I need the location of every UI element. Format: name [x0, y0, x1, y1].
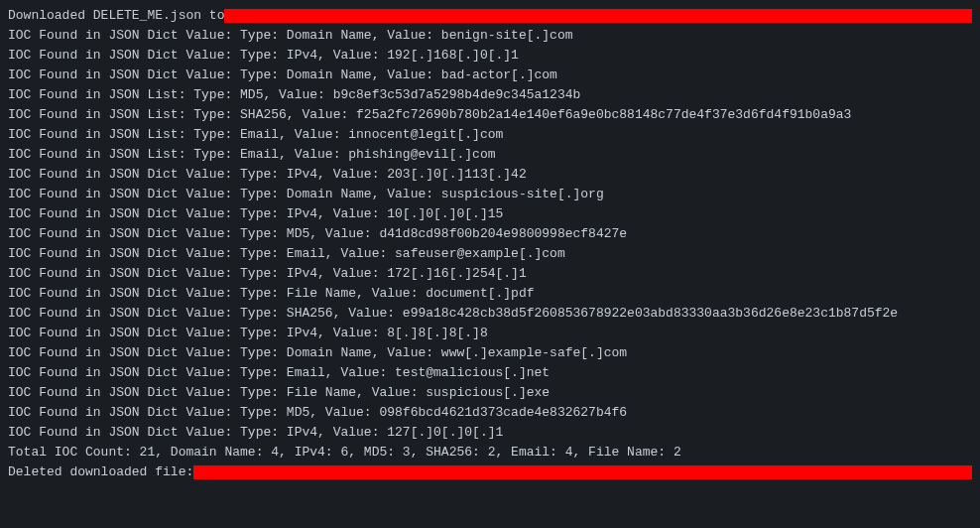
ioc-text: IOC Found in JSON Dict Value: Type: IPv4…: [8, 264, 527, 284]
ioc-text: IOC Found in JSON Dict Value: Type: Emai…: [8, 244, 565, 264]
ioc-line: IOC Found in JSON Dict Value: Type: Emai…: [8, 244, 972, 264]
ioc-text: IOC Found in JSON Dict Value: Type: IPv4…: [8, 423, 503, 443]
total-count-text: Total IOC Count: 21, Domain Name: 4, IPv…: [8, 443, 681, 462]
ioc-line: IOC Found in JSON Dict Value: Type: File…: [8, 383, 972, 403]
download-prefix: Downloaded DELETE_ME.json to: [8, 6, 224, 26]
ioc-line: IOC Found in JSON List: Type: MD5, Value…: [8, 85, 972, 105]
ioc-line: IOC Found in JSON Dict Value: Type: MD5,…: [8, 224, 972, 244]
ioc-line: IOC Found in JSON Dict Value: Type: MD5,…: [8, 403, 972, 423]
ioc-text: IOC Found in JSON List: Type: MD5, Value…: [8, 85, 580, 105]
redacted-path-1: [224, 9, 972, 23]
ioc-line: IOC Found in JSON Dict Value: Type: IPv4…: [8, 204, 972, 224]
ioc-text: IOC Found in JSON Dict Value: Type: Doma…: [8, 185, 604, 204]
ioc-text: IOC Found in JSON Dict Value: Type: IPv4…: [8, 204, 503, 224]
ioc-text: IOC Found in JSON Dict Value: Type: Doma…: [8, 343, 627, 363]
ioc-line: IOC Found in JSON Dict Value: Type: SHA2…: [8, 304, 972, 324]
ioc-line: IOC Found in JSON Dict Value: Type: Doma…: [8, 26, 972, 46]
ioc-text: IOC Found in JSON Dict Value: Type: Emai…: [8, 363, 550, 383]
ioc-line: IOC Found in JSON Dict Value: Type: Doma…: [8, 185, 972, 204]
ioc-text: IOC Found in JSON Dict Value: Type: IPv4…: [8, 46, 519, 66]
terminal-output: Downloaded DELETE_ME.json to IOC Found i…: [0, 0, 980, 488]
ioc-line: IOC Found in JSON Dict Value: Type: IPv4…: [8, 46, 972, 66]
ioc-text: IOC Found in JSON Dict Value: Type: File…: [8, 284, 535, 304]
ioc-line: IOC Found in JSON Dict Value: Type: Doma…: [8, 343, 972, 363]
ioc-line: IOC Found in JSON Dict Value: Type: Doma…: [8, 66, 972, 85]
ioc-text: IOC Found in JSON Dict Value: Type: Doma…: [8, 26, 573, 46]
ioc-line: IOC Found in JSON Dict Value: Type: IPv4…: [8, 324, 972, 343]
deleted-line: Deleted downloaded file:: [8, 462, 972, 482]
redacted-path-2: [193, 465, 972, 479]
download-line: Downloaded DELETE_ME.json to: [8, 6, 972, 26]
ioc-line: IOC Found in JSON Dict Value: Type: IPv4…: [8, 165, 972, 185]
ioc-text: IOC Found in JSON Dict Value: Type: IPv4…: [8, 324, 488, 343]
ioc-text: IOC Found in JSON List: Type: Email, Val…: [8, 145, 495, 165]
ioc-line: IOC Found in JSON List: Type: SHA256, Va…: [8, 105, 972, 125]
ioc-line: IOC Found in JSON Dict Value: Type: File…: [8, 284, 972, 304]
ioc-text: IOC Found in JSON Dict Value: Type: MD5,…: [8, 224, 627, 244]
ioc-line: IOC Found in JSON List: Type: Email, Val…: [8, 125, 972, 145]
ioc-text: IOC Found in JSON Dict Value: Type: File…: [8, 383, 550, 403]
ioc-text: IOC Found in JSON Dict Value: Type: Doma…: [8, 66, 557, 85]
ioc-text: IOC Found in JSON Dict Value: Type: IPv4…: [8, 165, 527, 185]
ioc-text: IOC Found in JSON Dict Value: Type: MD5,…: [8, 403, 627, 423]
ioc-line: IOC Found in JSON Dict Value: Type: IPv4…: [8, 423, 972, 443]
ioc-text: IOC Found in JSON List: Type: SHA256, Va…: [8, 105, 851, 125]
ioc-line: IOC Found in JSON Dict Value: Type: IPv4…: [8, 264, 972, 284]
ioc-text: IOC Found in JSON Dict Value: Type: SHA2…: [8, 304, 898, 324]
deleted-prefix: Deleted downloaded file:: [8, 462, 193, 482]
ioc-text: IOC Found in JSON List: Type: Email, Val…: [8, 125, 503, 145]
ioc-line: IOC Found in JSON Dict Value: Type: Emai…: [8, 363, 972, 383]
ioc-line: IOC Found in JSON List: Type: Email, Val…: [8, 145, 972, 165]
total-count-line: Total IOC Count: 21, Domain Name: 4, IPv…: [8, 443, 972, 462]
